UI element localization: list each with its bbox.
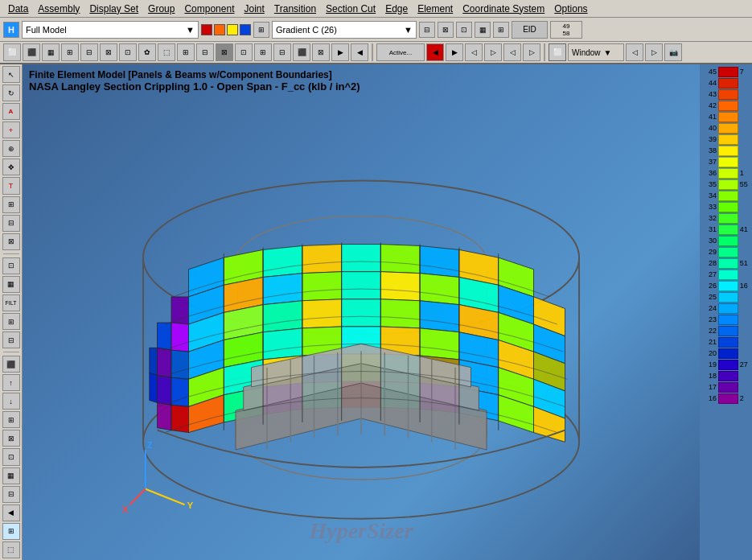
tb2-icon-19[interactable]: ◀ (351, 43, 368, 61)
lt-icon-move[interactable]: ✥ (2, 159, 20, 175)
tb2-icon-25[interactable]: ▷ (523, 43, 540, 61)
lt-icon-rotate[interactable]: ↻ (2, 84, 20, 101)
menu-data[interactable]: Data (3, 2, 33, 16)
color-box-red[interactable] (201, 24, 212, 35)
lt-icon-l[interactable]: ⬛ (2, 356, 20, 373)
icon-d[interactable]: ▦ (475, 22, 491, 38)
lt-icon-t[interactable]: ◀ (2, 504, 20, 521)
window-dropdown-arrow: ▼ (604, 48, 612, 57)
lt-icon-cursor[interactable]: ↖ (2, 66, 20, 83)
legend-number-label: 27 (700, 270, 717, 278)
legend-color-swatch (718, 247, 738, 257)
tb2-icon-23[interactable]: ▷ (484, 43, 502, 61)
lt-icon-n[interactable]: ↓ (2, 393, 20, 410)
tb2-icon-11[interactable]: ⊟ (196, 43, 214, 61)
grid-icon[interactable]: ⊞ (253, 22, 269, 38)
menu-display-set[interactable]: Display Set (84, 2, 143, 16)
color-box-yellow[interactable] (227, 24, 238, 35)
menu-transition[interactable]: Transition (269, 2, 321, 16)
tb2-icon-9[interactable]: ⬚ (158, 43, 175, 61)
menu-assembly[interactable]: Assembly (33, 2, 84, 16)
tb2-icon-1[interactable]: ⬜ (3, 43, 21, 61)
lt-icon-c[interactable]: T (2, 177, 20, 194)
lt-icon-a[interactable]: A (2, 103, 20, 120)
legend-row: 457 (700, 66, 752, 77)
home-icon[interactable]: H (3, 22, 19, 38)
lt-icon-q[interactable]: ⊡ (2, 448, 20, 465)
icon-b[interactable]: ⊠ (438, 22, 454, 38)
tb2-icon-active[interactable]: Active... (376, 43, 425, 61)
lt-icon-plus[interactable]: + (2, 121, 20, 138)
info-text: Finite Element Model [Panels & Beams w/C… (29, 69, 360, 93)
color-box-blue[interactable] (240, 24, 251, 35)
tb2-icon-7[interactable]: ⊡ (119, 43, 137, 61)
menu-coordinate-system[interactable]: Coordinate System (458, 2, 549, 16)
menu-edge[interactable]: Edge (380, 2, 413, 16)
tb2-icon-4[interactable]: ⊞ (61, 43, 79, 61)
tb2-icon-24[interactable]: ◁ (503, 43, 521, 61)
tb2-icon-22[interactable]: ◁ (465, 43, 483, 61)
tb2-icon-camera[interactable]: 📷 (664, 43, 682, 61)
legend-color-swatch (718, 224, 738, 235)
tb2-icon-21[interactable]: ▶ (446, 43, 463, 61)
lt-icon-s[interactable]: ⊟ (2, 486, 20, 503)
gradient-dropdown[interactable]: Gradient C (26) ▼ (272, 21, 417, 39)
legend-number-label: 24 (700, 304, 717, 312)
tb2-icon-17[interactable]: ⊠ (312, 43, 330, 61)
tb2-icon-28[interactable]: ▷ (645, 43, 663, 61)
legend-number-label: 25 (700, 293, 717, 301)
lt-icon-r[interactable]: ▦ (2, 467, 20, 484)
tb2-icon-18[interactable]: ▶ (331, 43, 349, 61)
lt-icon-g[interactable]: ⊡ (2, 257, 20, 274)
tb2-icon-20[interactable]: ◀ (426, 43, 444, 61)
tb2-icon-2[interactable]: ⬛ (23, 43, 40, 61)
tb2-icon-27[interactable]: ◁ (626, 43, 643, 61)
menu-group[interactable]: Group (143, 2, 179, 16)
tb2-icon-12[interactable]: ⊠ (216, 43, 233, 61)
lt-icon-f[interactable]: ⊠ (2, 233, 20, 250)
viewport[interactable]: Finite Element Model [Panels & Beams w/C… (23, 64, 700, 560)
lt-icon-v[interactable]: ⬚ (2, 541, 20, 558)
legend-number-label: 45 (700, 68, 717, 76)
lt-icon-k[interactable]: ⊟ (2, 331, 20, 348)
menu-element[interactable]: Element (413, 2, 458, 16)
lt-icon-i[interactable]: FILT (2, 294, 20, 311)
tb2-icon-16[interactable]: ⬛ (293, 43, 310, 61)
icon-a[interactable]: ⊟ (419, 22, 435, 38)
tb2-icon-6[interactable]: ⊠ (100, 43, 117, 61)
icon-e[interactable]: ⊞ (493, 22, 509, 38)
lt-icon-m[interactable]: ↑ (2, 374, 20, 391)
lt-icon-p[interactable]: ⊠ (2, 430, 20, 447)
tb2-icon-14[interactable]: ⊞ (254, 43, 272, 61)
legend-id-label: 41 (740, 225, 750, 233)
tb2-icon-15[interactable]: ⊟ (273, 43, 291, 61)
tb2-icon-13[interactable]: ⊡ (235, 43, 253, 61)
lt-icon-e[interactable]: ⊟ (2, 215, 20, 232)
legend-color-swatch (718, 168, 738, 179)
lt-icon-d[interactable]: ⊞ (2, 196, 20, 213)
tb2-icon-26[interactable]: ⬜ (549, 43, 566, 61)
lt-icon-o[interactable]: ⊞ (2, 411, 20, 428)
legend-color-swatch (718, 134, 738, 145)
color-box-orange[interactable] (214, 24, 225, 35)
lt-icon-j[interactable]: ⊞ (2, 313, 20, 330)
model-dropdown[interactable]: Full Model ▼ (22, 21, 199, 39)
legend-row: 30 (700, 235, 752, 246)
tb2-icon-5[interactable]: ⊟ (80, 43, 98, 61)
window-dropdown[interactable]: Window ▼ (568, 43, 624, 61)
lt-icon-b[interactable]: ⊕ (2, 140, 20, 157)
legend-row: 27 (700, 269, 752, 280)
svg-line-7 (129, 489, 146, 505)
eid-button[interactable]: EID (512, 21, 548, 39)
tb2-icon-8[interactable]: ✿ (138, 43, 156, 61)
menu-section-cut[interactable]: Section Cut (321, 2, 380, 16)
lt-icon-h[interactable]: ▦ (2, 276, 20, 293)
icon-c[interactable]: ⊡ (456, 22, 472, 38)
tb2-icon-10[interactable]: ⊞ (177, 43, 195, 61)
tb2-icon-3[interactable]: ▦ (42, 43, 60, 61)
menu-component[interactable]: Component (179, 2, 239, 16)
model-container: Z Y X (47, 105, 676, 544)
lt-icon-u[interactable]: ⊞ (2, 523, 20, 540)
menu-options[interactable]: Options (549, 2, 592, 16)
menu-joint[interactable]: Joint (239, 2, 269, 16)
